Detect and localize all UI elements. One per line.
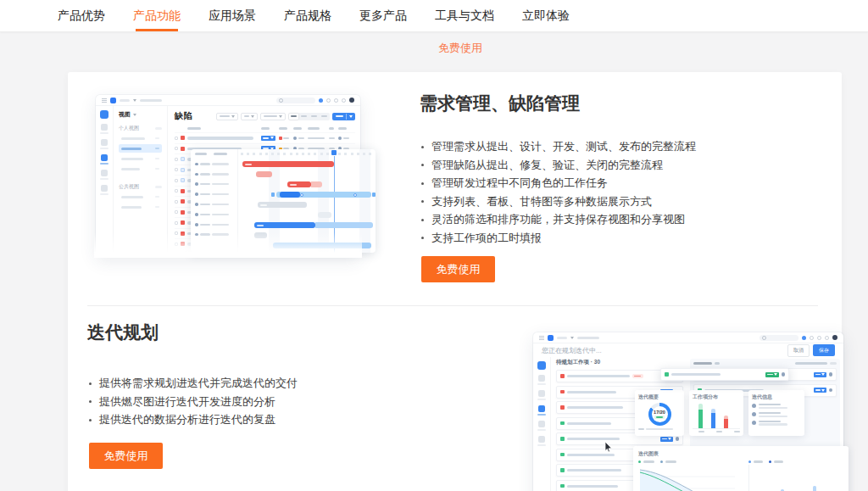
avatar	[195, 173, 198, 176]
free-use-button-requirements[interactable]: 免费使用	[421, 256, 495, 282]
caret-down-icon	[774, 373, 777, 376]
view-label: 视图	[119, 110, 131, 119]
avatar	[752, 421, 756, 425]
skeleton-bar	[537, 399, 546, 401]
skeleton-bar	[815, 374, 821, 376]
nav-item-try-now[interactable]: 立即体验	[522, 0, 570, 31]
story-icon	[560, 437, 565, 441]
caret-down-icon	[349, 115, 353, 118]
rail-item	[100, 124, 108, 134]
story-icon	[560, 468, 565, 472]
iteration-header	[693, 362, 837, 365]
date-cell	[308, 137, 326, 140]
rail-icon	[101, 139, 108, 146]
nav-item-product-features[interactable]: 产品功能	[133, 0, 181, 31]
avatar	[293, 137, 297, 140]
velocity-bar	[813, 486, 816, 491]
skeleton-bar	[261, 127, 270, 130]
info-row	[752, 421, 801, 426]
caret-down-icon	[668, 438, 671, 440]
col-author	[338, 127, 350, 130]
skeleton-bar	[121, 196, 143, 198]
skeleton-bar	[567, 422, 611, 425]
nav-item-tools-docs[interactable]: 工具与文档	[435, 0, 494, 31]
skeleton-bar	[155, 186, 162, 188]
free-use-link[interactable]: 免费使用	[438, 41, 482, 56]
gantt-left-chip	[271, 192, 275, 197]
checkbox	[175, 137, 178, 140]
bug-icon	[181, 136, 185, 140]
iteration-charts-card: 迭代图表	[633, 446, 849, 491]
rail-item	[100, 154, 108, 165]
view-item	[119, 165, 162, 173]
caret-down-icon	[570, 337, 574, 339]
skeleton-bar	[759, 416, 787, 417]
section-requirements-defects: 需求管理、缺陷管理 管理需求从提出、设计、开发、测试、发布的完整流程 管理缺陷从…	[420, 92, 818, 115]
seg-cell	[299, 114, 309, 120]
caret-down-icon	[133, 99, 136, 102]
skeleton-bar	[698, 431, 704, 432]
caret-down-icon	[231, 115, 235, 118]
skeleton-bar	[290, 184, 297, 186]
skeleton-bar	[567, 375, 630, 377]
nav-item-product-advantages[interactable]: 产品优势	[58, 0, 105, 31]
avatar	[832, 335, 837, 340]
status-pill-green	[765, 372, 779, 377]
overdue-tag	[632, 374, 643, 378]
skeleton-bar	[279, 127, 287, 130]
bug-icon	[181, 220, 185, 225]
view-item	[119, 154, 162, 163]
bar-chart	[693, 403, 740, 429]
feature-list: 管理需求从提出、设计、开发、测试、发布的完整流程 管理缺陷从提出、修复、验证、关…	[420, 137, 696, 247]
avatar	[782, 372, 786, 377]
workspace-icon	[537, 361, 546, 370]
skeleton-bar	[200, 163, 210, 165]
skeleton-bar	[767, 374, 773, 376]
top-nav: 产品优势 产品功能 应用场景 产品规格 更多产品 工具与文档 立即体验	[0, 0, 868, 32]
rail-item	[537, 421, 546, 431]
help-icon	[817, 336, 821, 340]
skeleton-bar	[220, 115, 230, 118]
skeleton-bar	[264, 115, 277, 118]
skeleton-bar	[759, 421, 781, 422]
app-icon	[326, 98, 331, 103]
free-use-button-iteration[interactable]: 免费使用	[89, 443, 163, 469]
skeleton-bar	[212, 173, 229, 176]
skeleton-bar	[212, 214, 229, 216]
btn-divider	[346, 114, 347, 120]
bug-icon	[181, 189, 185, 193]
checkbox	[175, 147, 178, 150]
skeleton-bar	[155, 196, 159, 198]
cancel-button: 取消	[787, 344, 810, 357]
defect-header: 缺陷	[175, 110, 355, 122]
gantt-row-label	[195, 209, 235, 220]
skeleton-bar	[155, 206, 159, 209]
avatar	[195, 203, 198, 206]
checkbox	[175, 200, 178, 204]
gantt-bar	[254, 222, 314, 228]
skeleton-bar	[567, 391, 616, 393]
rail-item	[100, 170, 108, 180]
avatar	[195, 182, 198, 186]
bug-icon	[560, 405, 565, 410]
avatar	[676, 437, 680, 441]
nav-item-product-specs[interactable]: 产品规格	[284, 0, 331, 31]
nav-item-use-cases[interactable]: 应用场景	[209, 0, 256, 31]
skeleton-bar	[121, 206, 142, 209]
bar-light	[698, 404, 703, 410]
skeleton-bar	[212, 183, 229, 186]
banner-text: 您正在规划迭代中...	[542, 346, 602, 355]
panel-title: 迭代概要	[638, 393, 681, 401]
skeleton-bar	[155, 168, 159, 170]
info-text	[759, 412, 787, 417]
gantt-bar	[287, 181, 311, 187]
nav-item-more-products[interactable]: 更多产品	[359, 0, 407, 31]
legend-item	[660, 460, 676, 463]
owner-cell	[293, 137, 305, 140]
skeleton-bar	[311, 115, 317, 118]
caret-down-icon	[270, 137, 274, 139]
story-icon	[560, 453, 565, 457]
task-icon	[181, 178, 185, 182]
info-row	[752, 412, 801, 417]
skeleton-bar	[283, 137, 289, 140]
